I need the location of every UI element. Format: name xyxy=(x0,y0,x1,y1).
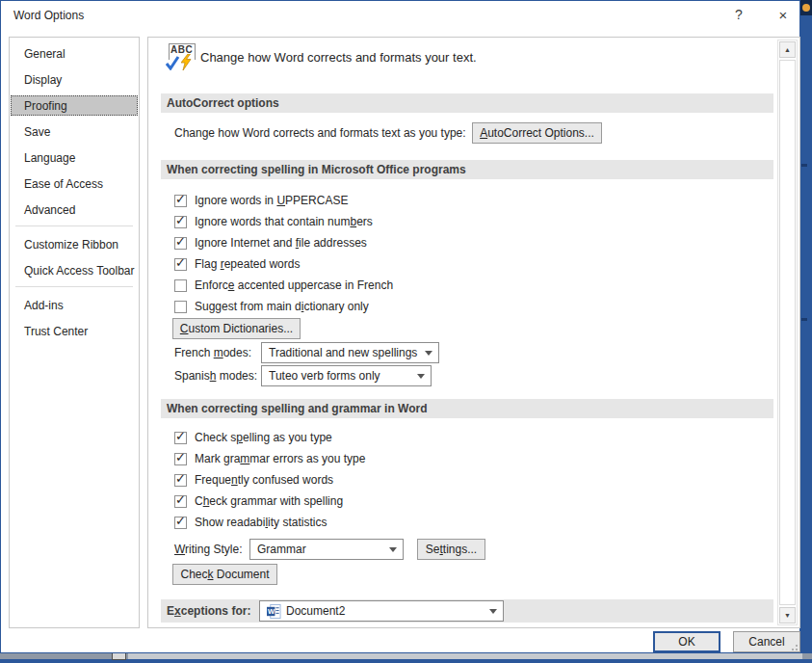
word-window-account-dot xyxy=(802,4,810,12)
exceptions-label: Exceptions for: xyxy=(167,599,250,623)
section-header-office-spelling: When correcting spelling in Microsoft Of… xyxy=(161,160,773,179)
resize-grip[interactable] xyxy=(788,641,798,650)
writing-style-value: Grammar xyxy=(257,543,306,556)
sidebar: General Display Proofing Save Language E… xyxy=(9,37,140,628)
checkbox-label: Ignore words in UPPERCASE xyxy=(195,194,348,207)
french-modes-value: Traditional and new spellings xyxy=(269,346,417,359)
sidebar-item-add-ins[interactable]: Add-ins xyxy=(11,295,138,315)
word-horizontal-scrollbar-button[interactable] xyxy=(112,652,126,660)
sidebar-item-quick-access-toolbar[interactable]: Quick Access Toolbar xyxy=(11,260,138,280)
checkbox-label: Ignore words that contain numbers xyxy=(195,215,373,228)
writing-style-label: Writing Style: xyxy=(174,539,242,560)
sidebar-item-ease-of-access[interactable]: Ease of Access xyxy=(11,173,138,194)
sidebar-item-trust-center[interactable]: Trust Center xyxy=(11,321,138,341)
checkbox[interactable] xyxy=(174,495,187,508)
checkbox-label: Ignore Internet and file addresses xyxy=(195,236,367,250)
checkbox-label: Flag repeated words xyxy=(195,257,300,271)
scrollbar-thumb[interactable] xyxy=(779,60,796,605)
writing-style-select[interactable]: Grammar xyxy=(249,539,404,560)
autocorrect-row-label: Change how Word corrects and formats tex… xyxy=(174,122,466,144)
checkbox[interactable] xyxy=(174,279,187,292)
sidebar-item-advanced[interactable]: Advanced xyxy=(11,199,138,220)
checkbox-row-ignore-numbers[interactable]: Ignore words that contain numbers xyxy=(174,211,373,232)
checkbox-row-grammar-with-spelling[interactable]: Check grammar with spelling xyxy=(174,491,343,512)
exceptions-value: Document2 xyxy=(286,601,345,621)
checkbox-row-main-dictionary[interactable]: Suggest from main dictionary only xyxy=(174,296,369,317)
exceptions-select[interactable]: W Document2 xyxy=(259,600,504,622)
lightning-bolt-icon xyxy=(181,54,194,71)
sidebar-item-proofing[interactable]: Proofing xyxy=(11,95,138,116)
section-header-word-spelling: When correcting spelling and grammar in … xyxy=(161,399,773,418)
spanish-modes-label: Spanish modes: xyxy=(174,365,257,386)
word-options-dialog: Word Options ? × General Display Proofin… xyxy=(0,0,800,653)
checkbox-label: Mark grammar errors as you type xyxy=(195,452,365,465)
checkbox-label: Suggest from main dictionary only xyxy=(195,300,369,313)
svg-text:W: W xyxy=(268,607,275,616)
custom-dictionaries-button[interactable]: Custom Dictionaries... xyxy=(172,318,301,339)
scroll-up-icon[interactable]: ▲ xyxy=(779,41,796,58)
word-window-right-edge xyxy=(800,0,812,663)
checkbox-row-check-spelling[interactable]: Check spelling as you type xyxy=(174,427,332,448)
settings-button[interactable]: Settings... xyxy=(417,539,485,560)
close-icon[interactable]: × xyxy=(773,7,794,23)
checkbox[interactable] xyxy=(174,432,187,444)
french-modes-label: French modes: xyxy=(174,342,251,363)
checkbox-row-ignore-uppercase[interactable]: Ignore words in UPPERCASE xyxy=(174,190,348,211)
autocorrect-options-button[interactable]: AutoCorrect Options... xyxy=(472,122,602,144)
sidebar-item-general[interactable]: General xyxy=(11,43,138,64)
spanish-modes-select[interactable]: Tuteo verb forms only xyxy=(261,365,432,386)
spanish-modes-value: Tuteo verb forms only xyxy=(269,369,380,383)
checkbox[interactable] xyxy=(174,216,187,228)
sidebar-item-language[interactable]: Language xyxy=(11,147,138,168)
dropdown-arrow-icon xyxy=(417,374,425,379)
french-modes-select[interactable]: Traditional and new spellings xyxy=(261,342,439,363)
checkbox-label: Check spelling as you type xyxy=(195,431,332,444)
scroll-down-icon[interactable]: ▼ xyxy=(779,607,796,623)
checkbox-label: Enforce accented uppercase in French xyxy=(195,278,393,292)
sidebar-divider xyxy=(15,225,133,226)
abc-proofing-icon: ABC xyxy=(168,43,202,74)
section-header-autocorrect: AutoCorrect options xyxy=(161,93,773,113)
word-scrollbar-mark xyxy=(801,318,807,321)
word-document-icon: W xyxy=(267,604,281,619)
checkbox-row-flag-repeated[interactable]: Flag repeated words xyxy=(174,253,300,275)
proofing-panel: ABC Change how Word corrects and formats… xyxy=(147,37,800,628)
exceptions-section: Exceptions for: W Document2 xyxy=(161,599,773,623)
sidebar-item-save[interactable]: Save xyxy=(11,121,138,142)
checkbox-row-enforce-french[interactable]: Enforce accented uppercase in French xyxy=(174,275,393,296)
sidebar-item-customize-ribbon[interactable]: Customize Ribbon xyxy=(11,234,138,254)
dialog-title: Word Options xyxy=(13,9,84,22)
checkbox[interactable] xyxy=(174,237,187,250)
panel-scrollbar[interactable]: ▲ ▼ xyxy=(777,40,798,625)
checkbox-row-readability[interactable]: Show readability statistics xyxy=(174,512,327,533)
checkbox-label: Frequently confused words xyxy=(195,473,333,487)
checkbox[interactable] xyxy=(174,474,187,487)
word-window-statusbar xyxy=(0,653,812,663)
checkbox[interactable] xyxy=(174,258,187,271)
panel-description: Change how Word corrects and formats you… xyxy=(200,50,477,65)
sidebar-divider xyxy=(15,286,133,287)
dropdown-arrow-icon xyxy=(389,547,397,552)
dropdown-arrow-icon xyxy=(489,609,497,614)
checkbox[interactable] xyxy=(174,453,187,465)
titlebar: Word Options ? × xyxy=(1,1,799,30)
checkbox-label: Check grammar with spelling xyxy=(195,494,343,508)
checkbox[interactable] xyxy=(174,517,187,529)
checkbox-row-ignore-internet[interactable]: Ignore Internet and file addresses xyxy=(174,232,367,253)
ok-button[interactable]: OK xyxy=(653,631,720,652)
dropdown-arrow-icon xyxy=(425,351,432,356)
blue-check-icon xyxy=(166,55,181,70)
checkbox-label: Show readability statistics xyxy=(195,516,327,529)
checkbox[interactable] xyxy=(174,301,187,313)
word-options-screen: Word Options ? × General Display Proofin… xyxy=(0,0,812,663)
checkbox-row-mark-grammar[interactable]: Mark grammar errors as you type xyxy=(174,448,365,469)
sidebar-item-display[interactable]: Display xyxy=(11,69,138,90)
word-scrollbar-mark xyxy=(801,164,807,167)
word-horizontal-scrollbar-thumb[interactable] xyxy=(128,653,802,659)
checkbox-row-frequently-confused[interactable]: Frequently confused words xyxy=(174,469,333,491)
check-document-button[interactable]: Check Document xyxy=(172,564,277,585)
help-icon[interactable]: ? xyxy=(728,7,749,22)
checkbox[interactable] xyxy=(174,195,187,207)
